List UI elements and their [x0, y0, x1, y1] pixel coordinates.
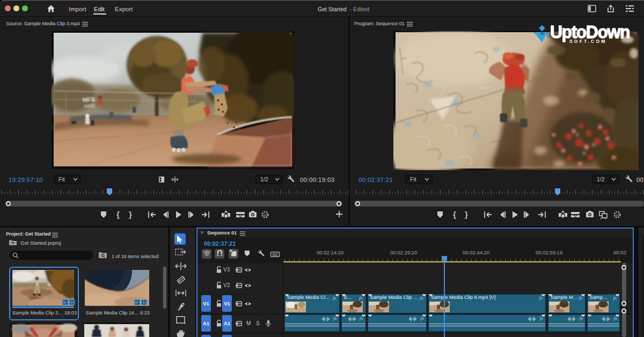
svg-text:XWD: XWD — [84, 103, 95, 109]
svg-text:}: } — [465, 210, 468, 219]
svg-text:12: 12 — [263, 213, 267, 217]
svg-text:NFS: NFS — [82, 96, 95, 103]
svg-text:{: { — [116, 210, 120, 219]
svg-text:}: } — [129, 210, 132, 219]
svg-text:{: { — [453, 210, 456, 219]
svg-text:12: 12 — [615, 213, 619, 217]
